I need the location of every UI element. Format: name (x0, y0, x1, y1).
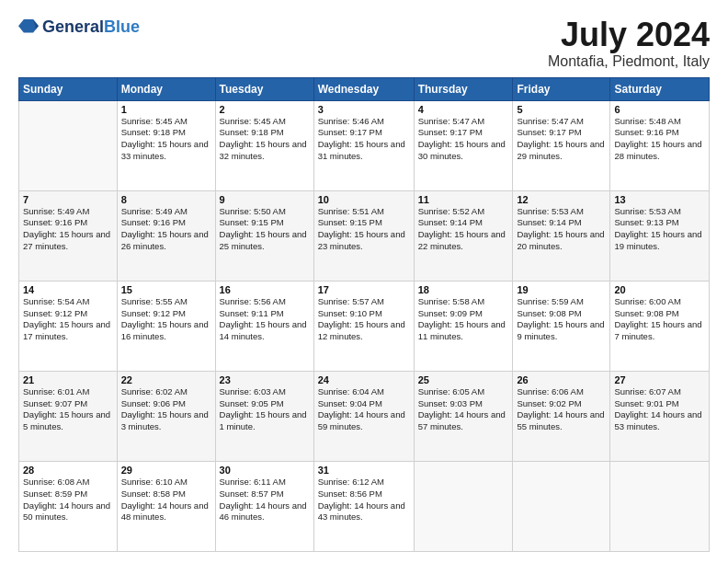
calendar-day-cell: 20 Sunrise: 6:00 AM Sunset: 9:08 PM Dayl… (610, 281, 710, 371)
day-number: 31 (318, 465, 410, 476)
calendar-week-row: 14 Sunrise: 5:54 AM Sunset: 9:12 PM Dayl… (19, 281, 710, 371)
logo-blue-text: Blue (104, 17, 140, 37)
day-info: Sunrise: 6:01 AM Sunset: 9:07 PM Dayligh… (23, 386, 113, 433)
calendar-day-cell (19, 100, 118, 190)
col-wednesday: Wednesday (313, 77, 414, 100)
day-number: 22 (121, 374, 211, 385)
col-tuesday: Tuesday (215, 77, 313, 100)
day-info: Sunrise: 6:05 AM Sunset: 9:03 PM Dayligh… (418, 386, 509, 433)
calendar-day-cell: 1 Sunrise: 5:45 AM Sunset: 9:18 PM Dayli… (117, 100, 215, 190)
day-info: Sunrise: 6:06 AM Sunset: 9:02 PM Dayligh… (517, 386, 606, 433)
day-info: Sunrise: 6:04 AM Sunset: 9:04 PM Dayligh… (318, 386, 410, 433)
day-number: 7 (23, 194, 113, 205)
day-number: 10 (318, 194, 410, 205)
col-sunday: Sunday (19, 77, 118, 100)
calendar-day-cell: 10 Sunrise: 5:51 AM Sunset: 9:15 PM Dayl… (313, 190, 414, 281)
day-info: Sunrise: 5:53 AM Sunset: 9:14 PM Dayligh… (517, 206, 606, 253)
calendar-day-cell: 14 Sunrise: 5:54 AM Sunset: 9:12 PM Dayl… (19, 281, 118, 371)
calendar-week-row: 21 Sunrise: 6:01 AM Sunset: 9:07 PM Dayl… (19, 371, 710, 461)
day-number: 1 (121, 104, 211, 115)
logo-general-text: General (42, 17, 104, 37)
logo: GeneralBlue (18, 17, 140, 37)
day-info: Sunrise: 5:55 AM Sunset: 9:12 PM Dayligh… (121, 296, 211, 343)
day-info: Sunrise: 6:03 AM Sunset: 9:05 PM Dayligh… (220, 386, 310, 433)
day-number: 18 (418, 284, 509, 295)
day-number: 20 (614, 284, 705, 295)
day-info: Sunrise: 5:50 AM Sunset: 9:15 PM Dayligh… (220, 206, 310, 253)
day-number: 28 (23, 465, 113, 476)
day-info: Sunrise: 5:49 AM Sunset: 9:16 PM Dayligh… (121, 206, 211, 253)
location: Montafia, Piedmont, Italy (548, 53, 710, 70)
day-number: 19 (517, 284, 606, 295)
day-info: Sunrise: 6:08 AM Sunset: 8:59 PM Dayligh… (23, 477, 113, 523)
day-info: Sunrise: 6:12 AM Sunset: 8:56 PM Dayligh… (318, 477, 410, 523)
day-info: Sunrise: 6:07 AM Sunset: 9:01 PM Dayligh… (614, 386, 705, 433)
day-number: 4 (418, 104, 509, 115)
calendar-day-cell: 25 Sunrise: 6:05 AM Sunset: 9:03 PM Dayl… (414, 371, 513, 461)
calendar-day-cell: 26 Sunrise: 6:06 AM Sunset: 9:02 PM Dayl… (513, 371, 610, 461)
col-monday: Monday (117, 77, 215, 100)
day-info: Sunrise: 5:47 AM Sunset: 9:17 PM Dayligh… (517, 116, 606, 163)
calendar-day-cell: 11 Sunrise: 5:52 AM Sunset: 9:14 PM Dayl… (414, 190, 513, 281)
calendar-day-cell: 19 Sunrise: 5:59 AM Sunset: 9:08 PM Dayl… (513, 281, 610, 371)
month-title: July 2024 (548, 17, 710, 53)
day-number: 26 (517, 374, 606, 385)
day-info: Sunrise: 5:46 AM Sunset: 9:17 PM Dayligh… (318, 116, 410, 163)
calendar-day-cell: 27 Sunrise: 6:07 AM Sunset: 9:01 PM Dayl… (610, 371, 710, 461)
calendar-day-cell: 31 Sunrise: 6:12 AM Sunset: 8:56 PM Dayl… (313, 461, 414, 551)
calendar-day-cell: 15 Sunrise: 5:55 AM Sunset: 9:12 PM Dayl… (117, 281, 215, 371)
calendar-day-cell (610, 461, 710, 551)
col-saturday: Saturday (610, 77, 710, 100)
calendar-day-cell: 24 Sunrise: 6:04 AM Sunset: 9:04 PM Dayl… (313, 371, 414, 461)
calendar-day-cell: 23 Sunrise: 6:03 AM Sunset: 9:05 PM Dayl… (215, 371, 313, 461)
day-number: 2 (220, 104, 310, 115)
day-info: Sunrise: 5:47 AM Sunset: 9:17 PM Dayligh… (418, 116, 509, 163)
day-info: Sunrise: 5:57 AM Sunset: 9:10 PM Dayligh… (318, 296, 410, 343)
calendar-day-cell: 22 Sunrise: 6:02 AM Sunset: 9:06 PM Dayl… (117, 371, 215, 461)
day-info: Sunrise: 5:54 AM Sunset: 9:12 PM Dayligh… (23, 296, 113, 343)
day-number: 24 (318, 374, 410, 385)
calendar-day-cell: 18 Sunrise: 5:58 AM Sunset: 9:09 PM Dayl… (414, 281, 513, 371)
calendar-day-cell: 17 Sunrise: 5:57 AM Sunset: 9:10 PM Dayl… (313, 281, 414, 371)
day-number: 30 (220, 465, 310, 476)
calendar: Sunday Monday Tuesday Wednesday Thursday… (18, 77, 710, 552)
day-number: 11 (418, 194, 509, 205)
calendar-day-cell: 9 Sunrise: 5:50 AM Sunset: 9:15 PM Dayli… (215, 190, 313, 281)
page: GeneralBlue July 2024 Montafia, Piedmont… (0, 0, 728, 563)
day-number: 9 (220, 194, 310, 205)
day-number: 29 (121, 465, 211, 476)
day-info: Sunrise: 6:00 AM Sunset: 9:08 PM Dayligh… (614, 296, 705, 343)
calendar-day-cell: 2 Sunrise: 5:45 AM Sunset: 9:18 PM Dayli… (215, 100, 313, 190)
day-info: Sunrise: 5:56 AM Sunset: 9:11 PM Dayligh… (220, 296, 310, 343)
day-number: 27 (614, 374, 705, 385)
calendar-day-cell: 6 Sunrise: 5:48 AM Sunset: 9:16 PM Dayli… (610, 100, 710, 190)
day-number: 8 (121, 194, 211, 205)
calendar-day-cell: 28 Sunrise: 6:08 AM Sunset: 8:59 PM Dayl… (19, 461, 118, 551)
day-info: Sunrise: 5:45 AM Sunset: 9:18 PM Dayligh… (121, 116, 211, 163)
day-info: Sunrise: 5:52 AM Sunset: 9:14 PM Dayligh… (418, 206, 509, 253)
day-info: Sunrise: 5:58 AM Sunset: 9:09 PM Dayligh… (418, 296, 509, 343)
calendar-day-cell: 29 Sunrise: 6:10 AM Sunset: 8:58 PM Dayl… (117, 461, 215, 551)
day-number: 13 (614, 194, 705, 205)
day-number: 23 (220, 374, 310, 385)
header: GeneralBlue July 2024 Montafia, Piedmont… (18, 17, 710, 70)
day-number: 17 (318, 284, 410, 295)
day-info: Sunrise: 6:10 AM Sunset: 8:58 PM Dayligh… (121, 477, 211, 523)
calendar-day-cell: 3 Sunrise: 5:46 AM Sunset: 9:17 PM Dayli… (313, 100, 414, 190)
calendar-day-cell: 7 Sunrise: 5:49 AM Sunset: 9:16 PM Dayli… (19, 190, 118, 281)
title-block: July 2024 Montafia, Piedmont, Italy (548, 17, 710, 70)
col-friday: Friday (513, 77, 610, 100)
calendar-day-cell: 21 Sunrise: 6:01 AM Sunset: 9:07 PM Dayl… (19, 371, 118, 461)
calendar-week-row: 28 Sunrise: 6:08 AM Sunset: 8:59 PM Dayl… (19, 461, 710, 551)
day-info: Sunrise: 5:51 AM Sunset: 9:15 PM Dayligh… (318, 206, 410, 253)
day-info: Sunrise: 6:02 AM Sunset: 9:06 PM Dayligh… (121, 386, 211, 433)
calendar-day-cell: 16 Sunrise: 5:56 AM Sunset: 9:11 PM Dayl… (215, 281, 313, 371)
calendar-week-row: 1 Sunrise: 5:45 AM Sunset: 9:18 PM Dayli… (19, 100, 710, 190)
day-number: 21 (23, 374, 113, 385)
calendar-day-cell: 5 Sunrise: 5:47 AM Sunset: 9:17 PM Dayli… (513, 100, 610, 190)
col-thursday: Thursday (414, 77, 513, 100)
day-number: 12 (517, 194, 606, 205)
calendar-header-row: Sunday Monday Tuesday Wednesday Thursday… (19, 77, 710, 100)
day-number: 16 (220, 284, 310, 295)
logo-icon (18, 17, 39, 37)
